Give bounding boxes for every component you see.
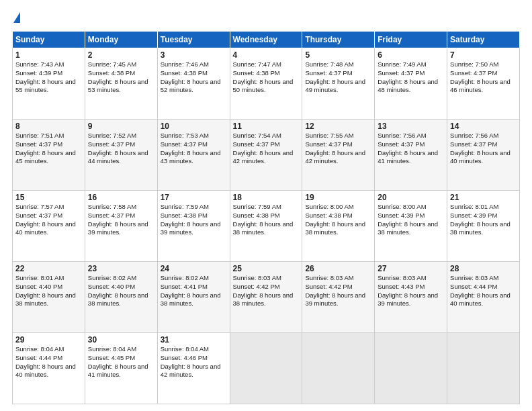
sunset-text: Sunset: 4:44 PM	[15, 354, 82, 363]
day-number: 28	[450, 264, 517, 273]
day-number: 21	[450, 193, 517, 202]
daylight-text: Daylight: 8 hours and 40 minutes.	[15, 220, 82, 238]
sunset-text: Sunset: 4:38 PM	[161, 212, 227, 220]
sunset-text: Sunset: 4:37 PM	[88, 140, 154, 149]
sunrise-text: Sunrise: 8:03 AM	[450, 274, 517, 283]
calendar-cell: 27Sunrise: 8:03 AMSunset: 4:43 PMDayligh…	[375, 262, 447, 333]
day-number: 2	[88, 50, 154, 60]
sunset-text: Sunset: 4:39 PM	[15, 69, 82, 78]
sunrise-text: Sunrise: 7:46 AM	[161, 60, 227, 69]
sunrise-text: Sunrise: 8:04 AM	[88, 345, 154, 354]
day-number: 6	[378, 50, 444, 60]
daylight-text: Daylight: 8 hours and 44 minutes.	[88, 149, 154, 167]
day-number: 25	[233, 264, 300, 273]
sunset-text: Sunset: 4:37 PM	[15, 212, 82, 220]
sunrise-text: Sunrise: 7:57 AM	[15, 203, 82, 212]
sunset-text: Sunset: 4:42 PM	[233, 283, 300, 291]
sunset-text: Sunset: 4:38 PM	[161, 69, 227, 78]
calendar-cell: 15Sunrise: 7:57 AMSunset: 4:37 PMDayligh…	[13, 191, 85, 262]
calendar-cell	[375, 333, 447, 404]
sunset-text: Sunset: 4:37 PM	[378, 140, 444, 149]
sunset-text: Sunset: 4:40 PM	[88, 283, 154, 291]
sunrise-text: Sunrise: 8:03 AM	[378, 274, 444, 283]
daylight-text: Daylight: 8 hours and 48 minutes.	[378, 78, 444, 95]
day-number: 29	[15, 335, 82, 345]
sunset-text: Sunset: 4:37 PM	[233, 140, 300, 149]
sunrise-text: Sunrise: 7:45 AM	[88, 60, 154, 69]
calendar-cell: 17Sunrise: 7:59 AMSunset: 4:38 PMDayligh…	[157, 191, 230, 262]
sunrise-text: Sunrise: 7:56 AM	[450, 132, 517, 140]
sunrise-text: Sunrise: 8:04 AM	[161, 345, 227, 354]
daylight-text: Daylight: 8 hours and 38 minutes.	[161, 291, 227, 309]
sunset-text: Sunset: 4:37 PM	[305, 69, 371, 78]
daylight-text: Daylight: 8 hours and 46 minutes.	[450, 78, 517, 95]
page: SundayMondayTuesdayWednesdayThursdayFrid…	[0, 0, 532, 411]
calendar-cell: 18Sunrise: 7:59 AMSunset: 4:38 PMDayligh…	[230, 191, 302, 262]
calendar-cell: 1Sunrise: 7:43 AMSunset: 4:39 PMDaylight…	[13, 48, 85, 120]
daylight-text: Daylight: 8 hours and 41 minutes.	[378, 149, 444, 167]
sunrise-text: Sunrise: 8:02 AM	[161, 274, 227, 283]
daylight-text: Daylight: 8 hours and 53 minutes.	[88, 78, 154, 95]
day-number: 17	[161, 193, 227, 202]
day-number: 26	[305, 264, 371, 273]
day-header-tuesday: Tuesday	[157, 32, 230, 48]
day-header-monday: Monday	[85, 32, 157, 48]
day-header-friday: Friday	[375, 32, 447, 48]
day-number: 10	[161, 122, 227, 131]
daylight-text: Daylight: 8 hours and 39 minutes.	[378, 291, 444, 309]
daylight-text: Daylight: 8 hours and 38 minutes.	[15, 291, 82, 309]
logo	[12, 12, 20, 24]
calendar: SundayMondayTuesdayWednesdayThursdayFrid…	[12, 31, 520, 404]
sunset-text: Sunset: 4:38 PM	[233, 212, 300, 220]
daylight-text: Daylight: 8 hours and 38 minutes.	[233, 291, 300, 309]
sunset-text: Sunset: 4:37 PM	[15, 140, 82, 149]
daylight-text: Daylight: 8 hours and 39 minutes.	[305, 291, 371, 309]
sunset-text: Sunset: 4:37 PM	[450, 69, 517, 78]
day-number: 12	[305, 122, 371, 131]
sunrise-text: Sunrise: 8:03 AM	[305, 274, 371, 283]
calendar-cell: 11Sunrise: 7:54 AMSunset: 4:37 PMDayligh…	[230, 120, 302, 191]
calendar-cell: 19Sunrise: 8:00 AMSunset: 4:38 PMDayligh…	[302, 191, 375, 262]
calendar-cell: 3Sunrise: 7:46 AMSunset: 4:38 PMDaylight…	[157, 48, 230, 120]
sunrise-text: Sunrise: 8:04 AM	[15, 345, 82, 354]
calendar-cell: 24Sunrise: 8:02 AMSunset: 4:41 PMDayligh…	[157, 262, 230, 333]
calendar-cell	[230, 333, 302, 404]
calendar-cell: 28Sunrise: 8:03 AMSunset: 4:44 PMDayligh…	[447, 262, 520, 333]
sunset-text: Sunset: 4:37 PM	[305, 140, 371, 149]
daylight-text: Daylight: 8 hours and 38 minutes.	[450, 220, 517, 238]
calendar-cell: 10Sunrise: 7:53 AMSunset: 4:37 PMDayligh…	[157, 120, 230, 191]
sunrise-text: Sunrise: 7:53 AM	[161, 132, 227, 140]
daylight-text: Daylight: 8 hours and 42 minutes.	[305, 149, 371, 167]
calendar-cell: 21Sunrise: 8:01 AMSunset: 4:39 PMDayligh…	[447, 191, 520, 262]
sunrise-text: Sunrise: 7:48 AM	[305, 60, 371, 69]
sunrise-text: Sunrise: 7:56 AM	[378, 132, 444, 140]
sunrise-text: Sunrise: 8:00 AM	[305, 203, 371, 212]
day-number: 16	[88, 193, 154, 202]
sunset-text: Sunset: 4:38 PM	[233, 69, 300, 78]
daylight-text: Daylight: 8 hours and 38 minutes.	[233, 220, 300, 238]
calendar-cell	[302, 333, 375, 404]
day-number: 24	[161, 264, 227, 273]
sunrise-text: Sunrise: 8:03 AM	[233, 274, 300, 283]
calendar-cell: 16Sunrise: 7:58 AMSunset: 4:37 PMDayligh…	[85, 191, 157, 262]
daylight-text: Daylight: 8 hours and 38 minutes.	[378, 220, 444, 238]
day-header-thursday: Thursday	[302, 32, 375, 48]
daylight-text: Daylight: 8 hours and 39 minutes.	[88, 220, 154, 238]
daylight-text: Daylight: 8 hours and 49 minutes.	[305, 78, 371, 95]
day-number: 5	[305, 50, 371, 60]
day-number: 13	[378, 122, 444, 131]
day-number: 27	[378, 264, 444, 273]
calendar-cell: 23Sunrise: 8:02 AMSunset: 4:40 PMDayligh…	[85, 262, 157, 333]
calendar-cell: 25Sunrise: 8:03 AMSunset: 4:42 PMDayligh…	[230, 262, 302, 333]
calendar-cell: 30Sunrise: 8:04 AMSunset: 4:45 PMDayligh…	[85, 333, 157, 404]
day-number: 18	[233, 193, 300, 202]
day-header-saturday: Saturday	[447, 32, 520, 48]
sunset-text: Sunset: 4:37 PM	[161, 140, 227, 149]
calendar-cell: 4Sunrise: 7:47 AMSunset: 4:38 PMDaylight…	[230, 48, 302, 120]
calendar-cell: 9Sunrise: 7:52 AMSunset: 4:37 PMDaylight…	[85, 120, 157, 191]
calendar-cell: 22Sunrise: 8:01 AMSunset: 4:40 PMDayligh…	[13, 262, 85, 333]
sunset-text: Sunset: 4:38 PM	[305, 212, 371, 220]
sunrise-text: Sunrise: 7:59 AM	[161, 203, 227, 212]
day-number: 30	[88, 335, 154, 345]
calendar-cell: 20Sunrise: 8:00 AMSunset: 4:39 PMDayligh…	[375, 191, 447, 262]
